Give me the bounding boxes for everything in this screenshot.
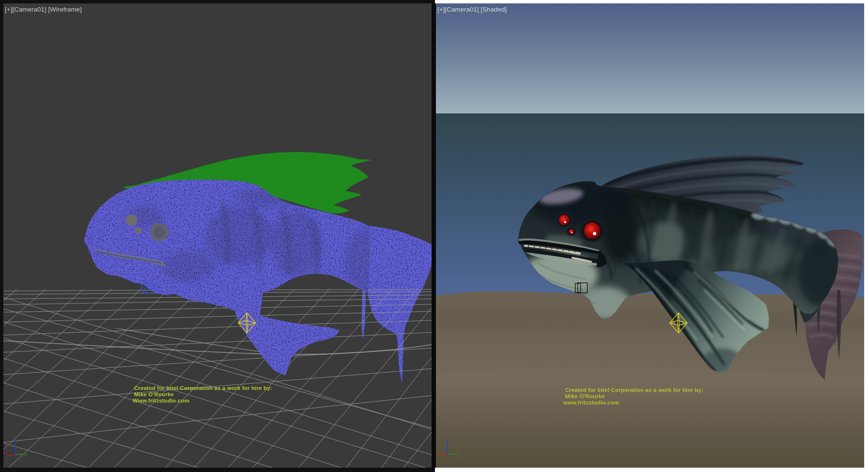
svg-text:Mike O'Rourke: Mike O'Rourke (134, 391, 174, 397)
svg-text:[+][Camera01] [Shaded]: [+][Camera01] [Shaded] (437, 6, 507, 13)
svg-text:Created for Intel Corporation: Created for Intel Corporation as a work … (565, 387, 703, 393)
svg-text:z: z (14, 437, 16, 442)
svg-text:y: y (25, 452, 27, 457)
svg-text:z: z (446, 437, 448, 442)
svg-text:y: y (457, 452, 459, 457)
svg-text:[+][Camera01] [Wireframe]: [+][Camera01] [Wireframe] (5, 6, 81, 13)
svg-text:www.fritzstudio.com: www.fritzstudio.com (563, 400, 619, 405)
svg-text:Created for Intel Corporation: Created for Intel Corporation as a work … (134, 385, 272, 391)
svg-text:Www.fritzstudio.com: Www.fritzstudio.com (133, 398, 190, 403)
svg-text:Mike O'Rourke: Mike O'Rourke (565, 393, 605, 399)
